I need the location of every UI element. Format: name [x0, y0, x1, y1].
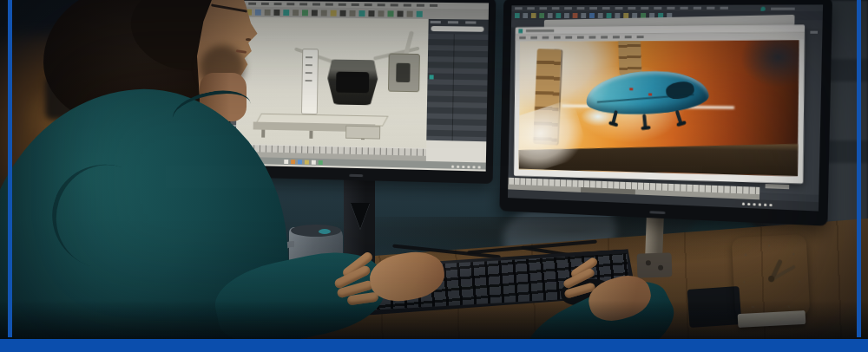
panel-tabs-blur [431, 21, 483, 24]
right-menu-text-blur [515, 7, 729, 10]
foreground-shadow [0, 300, 868, 340]
left-monitor-logo [349, 174, 363, 177]
dark-sky-corner [740, 40, 799, 88]
platform-leg [309, 131, 312, 139]
landing-leg [642, 114, 647, 127]
right-playback-buttons-blur [742, 203, 745, 205]
photo-canvas [0, 0, 868, 352]
render-window-title-blur [526, 29, 554, 32]
section-icon [430, 75, 434, 79]
left-palm [366, 247, 448, 306]
model-low-crate [345, 126, 380, 140]
playback-buttons-blur [451, 166, 454, 168]
landing-leg [674, 110, 682, 125]
mug-reflection [319, 229, 331, 234]
left-monitor-screen [229, 1, 489, 172]
attribute-editor-panel [426, 19, 489, 141]
right-toolbar-icons [515, 13, 520, 18]
render-view-window [514, 25, 805, 184]
blue-accent-bar-bottom [0, 339, 868, 352]
person-nose-detail [246, 38, 251, 41]
attribute-rows [426, 34, 488, 141]
right-monitor-screen [508, 4, 823, 211]
right-app-badge-text-blur [771, 8, 795, 10]
status-mini-icons [284, 160, 288, 164]
crate-panel [396, 63, 410, 82]
teal-spaceship [577, 67, 717, 136]
hull-decals [629, 88, 633, 90]
panel-detail-marks [306, 56, 312, 82]
panel-search-field [431, 26, 484, 32]
modeling-viewport [236, 16, 429, 147]
right-monitor-logo [649, 211, 665, 214]
render-window-icon [518, 29, 523, 33]
right-monitor [499, 0, 832, 226]
model-crate [388, 54, 420, 93]
mug-rim [291, 225, 341, 237]
landing-foot [676, 121, 687, 127]
landing-foot [641, 126, 651, 130]
model-cockpit-pod [327, 59, 378, 105]
cable-hole [351, 203, 370, 229]
cockpit-glass [336, 72, 369, 94]
blue-accent-stripe-left [8, 0, 12, 337]
platform-leg [261, 130, 265, 138]
right-app-badge-icon [760, 7, 765, 11]
left-monitor [222, 0, 496, 184]
model-side-panel [301, 49, 319, 114]
clock-pivot [768, 276, 774, 282]
blue-accent-stripe-right [857, 0, 861, 337]
rendered-image [519, 40, 799, 176]
